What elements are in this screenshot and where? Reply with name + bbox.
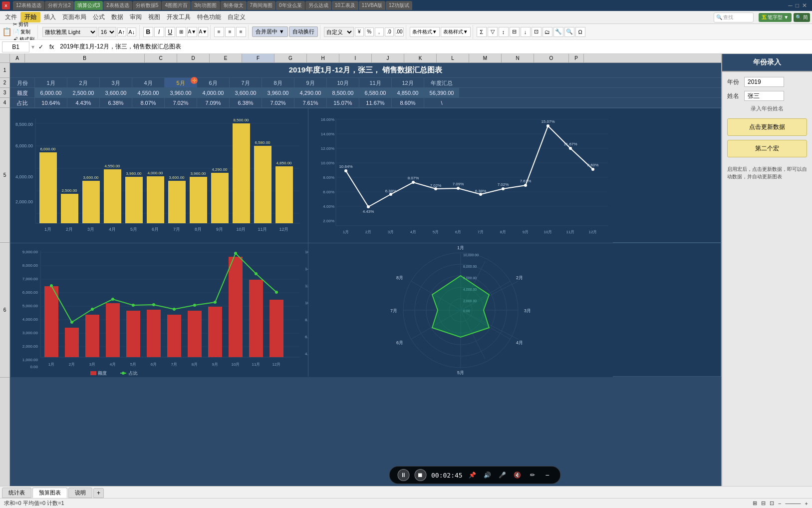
italic-btn[interactable]: I xyxy=(154,27,164,37)
row-3[interactable]: 3 xyxy=(0,88,9,98)
merge-btn[interactable]: 合并居中 ▼ xyxy=(252,26,288,37)
align-left-btn[interactable]: ≡ xyxy=(214,27,224,37)
freeze-btn[interactable]: ⊡ xyxy=(532,27,541,37)
align-right-btn[interactable]: ≡ xyxy=(236,27,246,37)
fill-handle-btn[interactable]: ⊟ xyxy=(510,27,520,37)
col-h[interactable]: H xyxy=(307,54,339,62)
update-data-btn[interactable]: 点击更新数据 xyxy=(727,118,807,136)
tab-budget-chart[interactable]: 预算图表 xyxy=(32,488,67,498)
tab-5[interactable]: 分析数据5 xyxy=(133,1,162,10)
menu-formula[interactable]: 公式 xyxy=(90,12,108,22)
tab-4[interactable]: 2表格选选 xyxy=(103,1,132,10)
cut-btn[interactable]: ✂ 剪切 xyxy=(13,21,34,28)
percent-btn[interactable]: % xyxy=(365,27,374,36)
sort-btn[interactable]: ↕ xyxy=(499,27,509,37)
zoom-slider[interactable]: ──── xyxy=(785,501,801,507)
check-icon[interactable]: ✓ xyxy=(36,43,45,50)
menu-insert[interactable]: 插入 xyxy=(41,12,59,22)
tab-12[interactable]: 10工表及 xyxy=(332,1,358,10)
font-family-select[interactable]: 微软雅黑 Light xyxy=(42,27,97,37)
col-e[interactable]: E xyxy=(210,54,242,62)
mute-btn[interactable]: 🔇 xyxy=(513,470,523,480)
col-l[interactable]: L xyxy=(437,54,469,62)
play-pause-btn[interactable]: ⏸ xyxy=(397,469,409,481)
col-d[interactable]: D xyxy=(177,54,210,62)
tab-10[interactable]: 0年业么某 xyxy=(276,1,305,10)
underline-btn[interactable]: U xyxy=(165,27,175,37)
grid-view-btn[interactable]: ⊟ xyxy=(761,500,766,507)
expand-icon[interactable]: ▾ xyxy=(31,43,34,50)
col-o[interactable]: O xyxy=(534,54,569,62)
tab-14[interactable]: 12功版试 xyxy=(386,1,412,10)
menu-layout[interactable]: 页面布局 xyxy=(59,12,89,22)
col-b[interactable]: B xyxy=(25,54,145,62)
pencil-btn[interactable]: ✏ xyxy=(528,470,538,480)
find-btn[interactable]: 🔍 xyxy=(564,27,574,37)
col-g[interactable]: G xyxy=(274,54,307,62)
wps-addon[interactable]: 五笔字型 ▼ xyxy=(759,13,792,22)
zoom-in-btn[interactable]: + xyxy=(805,501,808,507)
name-input[interactable] xyxy=(744,91,784,101)
mic-btn[interactable]: 🎤 xyxy=(498,470,508,480)
decrease-font-btn[interactable]: A↓ xyxy=(127,27,136,36)
tab-11[interactable]: 另么达成 xyxy=(305,1,331,10)
border-btn[interactable]: ⊞ xyxy=(176,27,186,37)
normal-view-btn[interactable]: ⊞ xyxy=(753,500,757,507)
font-size-select[interactable]: 16 xyxy=(98,27,116,37)
col-c[interactable]: C xyxy=(145,54,177,62)
col-a[interactable]: A xyxy=(10,54,25,62)
tab-description[interactable]: 说明 xyxy=(68,488,92,498)
table-style-btn[interactable]: 表格样式▼ xyxy=(441,27,471,37)
stop-btn[interactable]: ⏹ xyxy=(414,469,426,481)
col-k[interactable]: K xyxy=(404,54,437,62)
currency-btn[interactable]: ¥ xyxy=(355,27,364,36)
add-sheet-btn[interactable]: + xyxy=(93,488,104,498)
insert-row-btn[interactable]: ↓ xyxy=(521,27,531,37)
tab-statistics[interactable]: 统计表 xyxy=(2,488,31,498)
workbook-btn[interactable]: 🗂 xyxy=(542,27,552,37)
tab-6[interactable]: 4图图片百 xyxy=(162,1,191,10)
tab-13[interactable]: 11VBA版 xyxy=(359,1,385,10)
symbol-btn[interactable]: Ω xyxy=(575,27,585,37)
formula-input[interactable] xyxy=(58,41,810,52)
increase-dec-btn[interactable]: .0 xyxy=(385,27,394,36)
row-4[interactable]: 4 xyxy=(0,98,9,108)
maximize-btn[interactable]: □ xyxy=(796,2,799,9)
menu-custom[interactable]: 自定义 xyxy=(225,12,249,22)
tab-9[interactable]: 7商间海图 xyxy=(247,1,276,10)
decrease-dec-btn[interactable]: .00 xyxy=(395,27,404,36)
filter-btn[interactable]: ▽ xyxy=(488,27,498,37)
menu-view[interactable]: 视图 xyxy=(145,12,163,22)
col-p[interactable]: P xyxy=(569,54,584,62)
tools-btn[interactable]: 🔧 xyxy=(553,27,563,37)
copy-btn[interactable]: 📄 复制 xyxy=(13,28,34,35)
tab-2[interactable]: 分析方法2 xyxy=(45,1,74,10)
header-may[interactable]: 5月 ✛ xyxy=(165,78,197,87)
menu-review[interactable]: 审阅 xyxy=(127,12,145,22)
print-view-btn[interactable]: ⊡ xyxy=(770,500,774,507)
macro-btn[interactable]: 第二个宏 xyxy=(727,140,807,157)
paste-btn[interactable]: 📋 xyxy=(2,27,12,36)
sum-btn[interactable]: Σ xyxy=(477,27,487,37)
col-m[interactable]: M xyxy=(469,54,502,62)
number-format-select[interactable]: 自定义 xyxy=(324,27,354,37)
bookmark-btn[interactable]: 📌 xyxy=(468,470,478,480)
row-2[interactable]: 2 xyxy=(0,78,9,88)
search-box[interactable]: 🔍 查找 xyxy=(714,12,754,22)
row-1[interactable]: 1 xyxy=(0,63,9,78)
menu-dev[interactable]: 开发工具 xyxy=(164,12,194,22)
menu-special[interactable]: 特色功能 xyxy=(194,12,224,22)
fx-icon[interactable]: fx xyxy=(47,43,56,50)
align-center-btn[interactable]: ≡ xyxy=(225,27,235,37)
col-f[interactable]: F xyxy=(242,54,274,62)
minimize-btn[interactable]: ─ xyxy=(788,2,793,9)
col-j[interactable]: J xyxy=(372,54,404,62)
col-n[interactable]: N xyxy=(502,54,534,62)
wps-search[interactable]: 🔍 简 xyxy=(794,13,810,22)
comma-btn[interactable]: , xyxy=(375,27,384,36)
tab-7[interactable]: 3向功图图 xyxy=(191,1,220,10)
cond-format-btn[interactable]: 条件格式▼ xyxy=(410,27,440,37)
zoom-out-btn[interactable]: − xyxy=(778,501,781,507)
menu-data[interactable]: 数据 xyxy=(108,12,126,22)
tab-3[interactable]: 填算公式3 xyxy=(74,1,103,10)
